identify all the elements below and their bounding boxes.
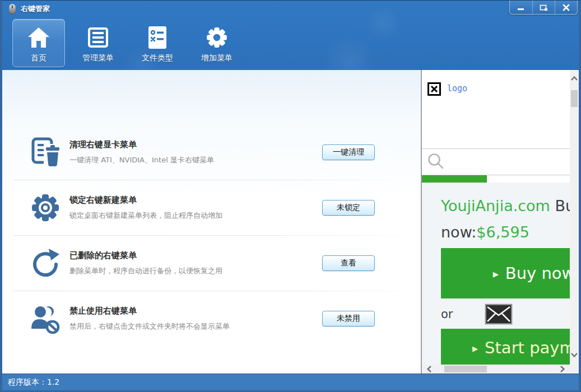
scroll-right-arrow[interactable] (557, 365, 568, 374)
price-label: now: (441, 223, 476, 241)
view-deleted-button[interactable]: 查看 (322, 255, 375, 271)
tab-home[interactable]: 首页 (12, 19, 65, 67)
feature-pane: 清理右键显卡菜单 一键清理 ATI、NVIDIA、Intel 显卡右键菜单 一键… (2, 70, 421, 374)
main-area: 清理右键显卡菜单 一键清理 ATI、NVIDIA、Intel 显卡右键菜单 一键… (2, 70, 579, 374)
lock-status-button[interactable]: 未锁定 (322, 200, 375, 216)
restore-icon (540, 4, 548, 11)
start-payment-label: Start paymen (485, 338, 570, 357)
statusbar: 程序版本：1.2 (2, 374, 579, 390)
feature-desc: 一键清理 ATI、NVIDIA、Intel 显卡右键菜单 (69, 155, 322, 165)
scroll-left-arrow[interactable] (424, 365, 434, 374)
disable-menu-icon (30, 304, 61, 334)
vertical-scroll-thumb[interactable] (571, 90, 578, 107)
or-row: or (441, 304, 570, 325)
buy-now-button[interactable]: ▸ Buy now (441, 248, 570, 298)
tab-label: 文件类型 (142, 53, 173, 63)
or-label: or (441, 307, 453, 321)
file-type-icon (148, 25, 167, 50)
scroll-up-arrow[interactable] (570, 73, 579, 83)
logo-link[interactable]: logo (447, 83, 467, 94)
tab-label: 管理菜单 (82, 53, 114, 63)
disable-status-button[interactable]: 未禁用 (322, 311, 375, 326)
app-window: 右键管家 (0, 0, 581, 392)
tab-label: 首页 (31, 53, 47, 63)
main-toolbar: 首页 管理菜单 文件类型 (2, 17, 579, 70)
web-content: logo YoujiAnjia.com Buy now (422, 70, 570, 365)
web-panel: logo YoujiAnjia.com Buy now (421, 70, 579, 374)
broken-image-icon (427, 82, 441, 96)
gear-icon (205, 25, 229, 50)
tab-file-types[interactable]: 文件类型 (131, 19, 184, 67)
promo-price-line: now:$6,595 (441, 223, 570, 241)
feature-title: 已删除的右键菜单 (69, 250, 322, 261)
promo-brand[interactable]: YoujiAnjia.com (441, 197, 550, 214)
horizontal-scroll-thumb[interactable] (444, 366, 487, 372)
feature-desc: 禁用后，右键点击文件或文件夹时将不会显示菜单 (69, 321, 322, 332)
horizontal-scrollbar[interactable] (422, 365, 570, 374)
clean-gpu-menu-icon (30, 137, 61, 167)
window-controls (509, 1, 578, 15)
promo-section: YoujiAnjia.com Buy now:$6,595 ▸ Buy now … (422, 183, 570, 365)
home-icon (27, 25, 50, 50)
search-icon (427, 152, 446, 171)
buy-now-label: Buy now (505, 264, 570, 283)
feature-title: 清理右键显卡菜单 (69, 139, 322, 150)
scroll-down-arrow[interactable] (570, 350, 579, 360)
feature-row-deleted-menu: 已删除的右键菜单 删除菜单时，程序自动进行备份，以便恢复之用 查看 (2, 236, 421, 291)
clean-gpu-button[interactable]: 一键清理 (322, 144, 375, 160)
search-input[interactable] (422, 148, 570, 175)
lock-new-menu-icon (30, 193, 61, 223)
feature-row-clean-gpu: 清理右键显卡菜单 一键清理 ATI、NVIDIA、Intel 显卡右键菜单 一键… (2, 125, 421, 180)
app-title: 右键管家 (21, 4, 50, 14)
titlebar: 右键管家 (2, 1, 579, 17)
promo-headline-rest: Buy (550, 197, 570, 214)
feature-row-lock-new-menu: 锁定右键新建菜单 锁定桌面右键新建菜单列表，阻止程序自动增加 未锁定 (2, 180, 421, 235)
restore-button[interactable] (532, 1, 555, 14)
feature-desc: 删除菜单时，程序自动进行备份，以便恢复之用 (69, 266, 322, 276)
promo-headline: YoujiAnjia.com Buy (441, 197, 570, 214)
feature-row-disable-menu: 禁止使用右键菜单 禁用后，右键点击文件或文件夹时将不会显示菜单 未禁用 (2, 291, 421, 346)
minimize-icon (517, 4, 525, 11)
close-button[interactable] (555, 1, 577, 14)
tab-add-menu[interactable]: 增加菜单 (190, 19, 243, 67)
feature-title: 锁定右键新建菜单 (69, 195, 322, 206)
price-value: $6,595 (476, 223, 529, 241)
logo-area: logo (422, 70, 570, 148)
tab-manage-menu[interactable]: 管理菜单 (72, 19, 124, 67)
deleted-menu-icon (30, 248, 61, 278)
menu-list-icon (88, 25, 108, 50)
version-text: 程序版本：1.2 (8, 377, 59, 388)
tab-label: 增加菜单 (201, 53, 233, 63)
start-payment-button[interactable]: ▸ Start paymen (441, 329, 570, 365)
scrollbar-corner (570, 365, 579, 374)
triangle-bullet-icon: ▸ (472, 342, 478, 355)
triangle-bullet-icon: ▸ (493, 267, 499, 281)
app-mouse-icon (9, 4, 16, 15)
feature-title: 禁止使用右键菜单 (69, 306, 322, 316)
feature-desc: 锁定桌面右键新建菜单列表，阻止程序自动增加 (69, 211, 322, 221)
progress-fill (422, 175, 487, 183)
progress-bar (422, 175, 570, 183)
vertical-scrollbar[interactable] (570, 70, 579, 365)
email-envelope-icon[interactable] (485, 304, 512, 324)
minimize-button[interactable] (510, 1, 532, 14)
close-icon (563, 4, 570, 11)
header: 右键管家 (2, 1, 579, 70)
